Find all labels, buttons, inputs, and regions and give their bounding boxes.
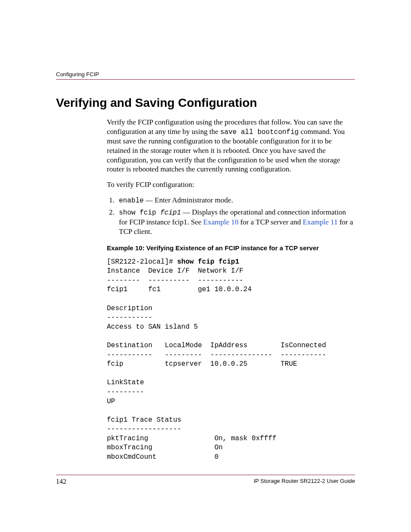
body-content: Verify the FCIP configuration using the … — [107, 118, 355, 462]
footer-rule — [56, 475, 355, 475]
step-1-command: enable — [119, 197, 144, 205]
example-10-code: [SR2122-2local]# show fcip fcip1 Instanc… — [107, 258, 355, 462]
step-2-command-b: fcip1 — [160, 209, 181, 217]
running-header: Configuring FCIP — [56, 71, 355, 78]
verify-lead: To verify FCIP configuration: — [107, 180, 355, 190]
guide-title: IP Storage Router SR2122-2 User Guide — [254, 478, 355, 485]
code-output: Instance Device I/F Network I/F --------… — [107, 267, 326, 461]
header-rule — [56, 79, 355, 80]
step-2: show fcip fcip1 — Displays the operation… — [116, 208, 355, 236]
steps-list: enable — Enter Administrator mode. show … — [107, 196, 355, 236]
code-command: show fcip fcip1 — [177, 258, 239, 266]
code-prompt: [SR2122-2local]# — [107, 258, 177, 266]
page-number: 142 — [56, 478, 66, 485]
step-1-desc: — Enter Administrator mode. — [144, 196, 233, 204]
intro-command: save all bootconfig — [220, 128, 299, 136]
step-2-desc-mid: for a TCP server and — [238, 218, 302, 226]
page-title: Verifying and Saving Configuration — [56, 96, 355, 110]
step-2-command-a: show fcip — [119, 209, 160, 217]
link-example-10[interactable]: Example 10 — [203, 218, 239, 226]
page-footer: 142 IP Storage Router SR2122-2 User Guid… — [56, 475, 355, 485]
link-example-11[interactable]: Example 11 — [303, 218, 338, 226]
intro-paragraph: Verify the FCIP configuration using the … — [107, 118, 355, 174]
example-10-title: Example 10: Verifying Existence of an FC… — [107, 244, 355, 252]
step-1: enable — Enter Administrator mode. — [116, 196, 355, 205]
